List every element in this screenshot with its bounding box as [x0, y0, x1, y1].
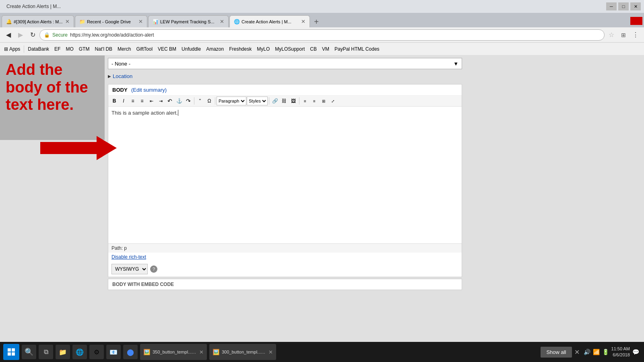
none-dropdown[interactable]: - None - ▼: [108, 58, 462, 69]
italic-button[interactable]: I: [119, 97, 128, 105]
tab-close-3[interactable]: ✕: [220, 19, 224, 25]
editor-content-area[interactable]: This is a sample action alert.: [108, 107, 462, 243]
bookmark-vec-bm[interactable]: VEC BM: [155, 45, 179, 53]
location-label: Location: [113, 73, 132, 79]
indent-button[interactable]: ⇥: [156, 97, 165, 105]
tab-label-4: Create Action Alerts | M...: [242, 19, 299, 24]
bookmark-cb[interactable]: CB: [308, 45, 319, 53]
svg-marker-0: [40, 136, 117, 160]
bookmark-unfuddle[interactable]: Unfuddle: [179, 45, 203, 53]
bookmark-gifttool[interactable]: GiftTool: [134, 45, 155, 53]
redo-button[interactable]: ↷: [184, 97, 193, 105]
taskbar-chrome[interactable]: ⬤: [123, 345, 138, 359]
toolbar-divider-2: [215, 97, 215, 105]
taskbar-file-1-close[interactable]: ✕: [199, 349, 204, 355]
tab-label-3: LEW Payment Tracking S...: [160, 19, 218, 24]
taskbar-edge[interactable]: 🌐: [72, 345, 87, 359]
align-center-button[interactable]: ≡: [310, 97, 319, 105]
blockquote-button[interactable]: ": [196, 97, 204, 105]
network-icon[interactable]: 📶: [593, 349, 600, 355]
taskbar-clock[interactable]: 11:50 AM 6/6/2018: [611, 346, 630, 358]
format-select[interactable]: Paragraph Heading 1 Heading 2: [217, 97, 246, 105]
taskbar-settings[interactable]: ⚙: [89, 345, 104, 359]
fullscreen-button[interactable]: ⤢: [328, 97, 337, 105]
unlink-button[interactable]: ⛓: [280, 97, 289, 105]
path-bar: Path: p: [108, 243, 462, 253]
taskbar-task-view[interactable]: ⧉: [39, 345, 53, 359]
bookmark-databank[interactable]: DataBank: [25, 45, 52, 53]
align-left-button[interactable]: ≡: [301, 97, 310, 105]
tab-close-2[interactable]: ✕: [138, 19, 143, 25]
bookmark-paypal[interactable]: PayPal HTML Codes: [332, 45, 382, 53]
bookmark-freshdesk[interactable]: Freshdesk: [227, 45, 254, 53]
undo-button[interactable]: ↶: [165, 97, 174, 105]
taskbar-date: 6/6/2018: [611, 352, 630, 358]
speaker-icon[interactable]: 🔊: [584, 349, 590, 355]
extensions-button[interactable]: ⊞: [618, 30, 629, 40]
outdent-button[interactable]: ⇤: [147, 97, 156, 105]
link-button[interactable]: 🔗: [270, 97, 279, 105]
page-content: Add the body of the text here. - None - …: [0, 56, 644, 342]
taskbar-search[interactable]: 🔍: [22, 345, 36, 359]
refresh-button[interactable]: ↻: [27, 30, 38, 40]
toolbar-divider-1: [194, 97, 194, 105]
taskbar-file-2-close[interactable]: ✕: [268, 349, 273, 355]
edit-summary-link[interactable]: (Edit summary): [131, 87, 167, 93]
table-button[interactable]: ⊞: [319, 97, 328, 105]
bookmark-mylo[interactable]: MyLO: [254, 45, 272, 53]
charmap-button[interactable]: Ω: [205, 97, 214, 105]
bookmark-merch[interactable]: Merch: [115, 45, 133, 53]
bookmark-amazon[interactable]: Amazon: [204, 45, 226, 53]
bookmark-separator: [24, 45, 24, 53]
tab-close-4[interactable]: ✕: [301, 19, 305, 25]
ordered-list-button[interactable]: ≡: [138, 97, 147, 105]
close-button[interactable]: ✕: [630, 2, 641, 10]
bookmark-ef[interactable]: EF: [52, 45, 63, 53]
notifications-icon[interactable]: 💬: [632, 349, 639, 355]
disable-rich-text-link[interactable]: Disable rich-text: [108, 253, 462, 261]
minimize-button[interactable]: ─: [606, 2, 617, 10]
help-icon[interactable]: ?: [150, 265, 157, 273]
location-toggle[interactable]: ▶ Location: [108, 73, 638, 79]
editor-toolbar: B I ≡ ≡ ⇤ ⇥ ↶ ⚓ ↷ " Ω Paragraph Heading …: [108, 96, 462, 107]
show-all-button[interactable]: Show all: [541, 347, 572, 358]
address-input-wrapper[interactable]: 🔒 Secure https://my.lew.org/node/add/act…: [39, 29, 605, 41]
new-tab-button[interactable]: +: [311, 16, 322, 27]
tab-action-alerts[interactable]: 🔔 #[309] Action Alerts : M... ✕: [2, 15, 74, 27]
taskbar-outlook[interactable]: 📧: [106, 345, 121, 359]
address-text: https://my.lew.org/node/add/action-alert: [70, 32, 154, 38]
battery-icon[interactable]: 🔋: [602, 349, 609, 355]
apps-label: Apps: [9, 46, 20, 52]
taskbar-explorer[interactable]: 📁: [56, 345, 70, 359]
taskbar-close-icon[interactable]: ✕: [574, 348, 580, 356]
taskbar-file-1[interactable]: 🖼️ 350_button_templ....psd ✕: [140, 344, 207, 360]
wysiwyg-row: WYSIWYG ?: [108, 261, 462, 277]
tab-google-drive[interactable]: 📁 Recent - Google Drive ✕: [75, 15, 147, 27]
svg-rect-2: [12, 348, 15, 352]
back-button[interactable]: ◀: [3, 30, 14, 40]
start-button[interactable]: [3, 344, 19, 360]
image-button[interactable]: 🖼: [289, 97, 298, 105]
maximize-button[interactable]: □: [618, 2, 629, 10]
style-select[interactable]: Styles: [247, 97, 268, 105]
menu-button[interactable]: ⋮: [630, 30, 641, 40]
tab-lew-payment[interactable]: 📊 LEW Payment Tracking S... ✕: [148, 15, 229, 27]
bookmark-vm[interactable]: VM: [320, 45, 332, 53]
bookmark-gtm[interactable]: GTM: [76, 45, 92, 53]
bold-button[interactable]: B: [110, 97, 119, 105]
bookmark-mylosupport[interactable]: MyLOSupport: [272, 45, 307, 53]
taskbar-file-2[interactable]: 🖼️ 300_button_templ....psd ✕: [209, 344, 276, 360]
forward-button[interactable]: ▶: [15, 30, 26, 40]
bookmark-star[interactable]: ☆: [606, 30, 617, 40]
anchor-button[interactable]: ⚓: [175, 97, 184, 105]
bookmark-natl-db[interactable]: Nat'l DB: [92, 45, 115, 53]
tab-create-action-alerts[interactable]: 🌐 Create Action Alerts | M... ✕: [229, 15, 310, 27]
bookmark-mo[interactable]: MO: [63, 45, 76, 53]
tab-favicon-4: 🌐: [234, 19, 240, 25]
bookmark-apps[interactable]: ⊞ Apps: [2, 45, 23, 53]
unordered-list-button[interactable]: ≡: [128, 97, 137, 105]
tab-close-1[interactable]: ✕: [65, 19, 70, 25]
tutorial-arrow: [40, 134, 117, 162]
body-label: BODY: [112, 87, 127, 93]
wysiwyg-select[interactable]: WYSIWYG: [111, 264, 148, 274]
